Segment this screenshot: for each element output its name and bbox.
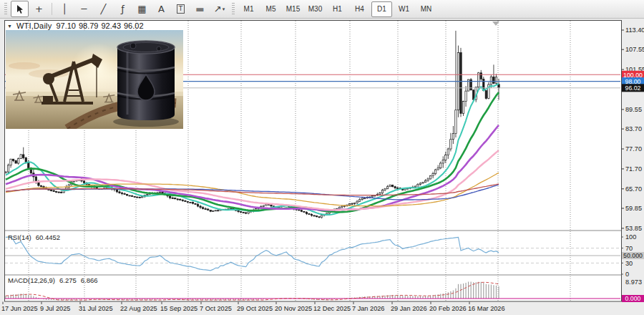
svg-text:29 Oct 2025: 29 Oct 2025 xyxy=(237,305,273,312)
macd-main-value: 6.275 xyxy=(59,276,77,284)
svg-text:17 Jun 2025: 17 Jun 2025 xyxy=(1,305,38,312)
svg-text:71.70: 71.70 xyxy=(625,165,642,173)
svg-text:8.973: 8.973 xyxy=(625,278,642,286)
tool-trendline-button[interactable]: ╱ xyxy=(94,1,112,17)
timeframe-m1-button[interactable]: M1 xyxy=(238,1,259,17)
macd-label: MACD(12,26,9) 6.275 6.866 xyxy=(8,276,98,284)
crosshair-icon: + xyxy=(35,4,43,14)
svg-text:30: 30 xyxy=(625,260,633,267)
cursor-icon xyxy=(16,4,24,14)
toolbar: + │ ─ ╱ ƒ ▦ A T ▬ ↗ ▾ M1 xyxy=(0,0,644,19)
chevron-down-icon: ▾ xyxy=(223,6,225,12)
timeframe-h1-button[interactable]: H1 xyxy=(327,1,348,17)
text-label-icon: T xyxy=(177,4,185,14)
high-value: 98.79 xyxy=(79,21,99,30)
tool-text-label-button[interactable]: T xyxy=(172,1,190,17)
svg-text:12 Dec 2025: 12 Dec 2025 xyxy=(313,305,351,312)
macd-signal-value: 6.866 xyxy=(81,276,98,284)
svg-text:50.000: 50.000 xyxy=(623,252,643,259)
svg-text:20 Feb 2026: 20 Feb 2026 xyxy=(429,305,467,312)
svg-text:16 Mar 2026: 16 Mar 2026 xyxy=(468,305,505,312)
svg-text:113.40: 113.40 xyxy=(625,26,644,34)
svg-text:0.000: 0.000 xyxy=(625,295,640,302)
macd-name: MACD(12,26,9) xyxy=(8,276,55,284)
oil-photo-illustration xyxy=(6,30,183,129)
timeframe-m30-button[interactable]: M30 xyxy=(305,1,326,17)
horizontal-line-icon: ─ xyxy=(82,4,87,14)
tool-arrows-button[interactable]: ↗ ▾ xyxy=(210,1,228,17)
svg-text:0: 0 xyxy=(625,271,629,278)
oil-barrel xyxy=(117,41,175,120)
open-value: 97.10 xyxy=(56,21,76,30)
svg-text:107.55: 107.55 xyxy=(625,46,644,53)
rsi-name: RSI(14) xyxy=(8,233,31,241)
collapse-triangle-icon[interactable]: ▼ xyxy=(7,24,12,29)
symbol-period-label: WTI,Daily xyxy=(16,21,52,30)
timeframe-w1-button[interactable]: W1 xyxy=(394,1,414,17)
svg-text:29 Jan 2026: 29 Jan 2026 xyxy=(391,305,427,312)
svg-text:83.70: 83.70 xyxy=(625,125,642,132)
fibonacci-icon: ƒ xyxy=(121,4,125,14)
rsi-value: 60.4452 xyxy=(36,233,60,241)
arrows-icon: ↗ xyxy=(214,4,222,14)
tool-fibonacci-button[interactable]: ƒ xyxy=(114,1,132,17)
toolbar-grip[interactable] xyxy=(4,3,7,16)
rectangle-icon: ▬ xyxy=(195,4,204,14)
tool-rectangle-button[interactable]: ▬ xyxy=(191,1,209,17)
toolbar-separator xyxy=(52,3,52,15)
oil-industry-photo xyxy=(6,30,183,129)
tool-fibo-grid-button[interactable]: ▦ xyxy=(133,1,151,17)
timeframe-d1-button[interactable]: D1 xyxy=(371,1,392,17)
low-value: 92.43 xyxy=(101,21,121,30)
svg-text:22 Aug 2025: 22 Aug 2025 xyxy=(120,305,157,312)
text-icon: A xyxy=(158,4,165,14)
svg-text:70: 70 xyxy=(625,245,633,252)
trendline-icon: ╱ xyxy=(101,4,107,14)
svg-text:53.85: 53.85 xyxy=(625,225,642,232)
svg-text:59.85: 59.85 xyxy=(625,205,642,212)
svg-text:96.02: 96.02 xyxy=(625,84,640,92)
tool-crosshair-button[interactable]: + xyxy=(30,1,48,17)
svg-text:20 Nov 2025: 20 Nov 2025 xyxy=(275,305,312,312)
timeframe-h4-button[interactable]: H4 xyxy=(349,1,370,17)
tool-horizontal-line-button[interactable]: ─ xyxy=(75,1,93,17)
toolbar-grip-2[interactable] xyxy=(232,3,235,16)
fibo-grid-icon: ▦ xyxy=(137,4,146,14)
tool-vertical-line-button[interactable]: │ xyxy=(56,1,74,17)
rsi-label: RSI(14) 60.4452 xyxy=(8,233,60,241)
svg-text:9 Jul 2025: 9 Jul 2025 xyxy=(40,305,70,312)
svg-text:89.55: 89.55 xyxy=(625,106,642,113)
timeframe-m15-button[interactable]: M15 xyxy=(283,1,303,17)
timeframe-mn-button[interactable]: MN xyxy=(416,1,436,17)
svg-text:77.70: 77.70 xyxy=(625,145,642,152)
svg-text:100: 100 xyxy=(625,233,636,241)
tool-cursor-button[interactable] xyxy=(11,1,29,17)
svg-text:31 Jul 2025: 31 Jul 2025 xyxy=(79,305,113,312)
vertical-line-icon: │ xyxy=(62,4,68,14)
timeframe-m5-button[interactable]: M5 xyxy=(260,1,281,17)
svg-text:7 Oct 2025: 7 Oct 2025 xyxy=(200,305,232,312)
svg-text:7 Jan 2026: 7 Jan 2026 xyxy=(352,305,384,312)
chart-title[interactable]: ▼ WTI,Daily 97.10 98.79 92.43 96.02 xyxy=(7,21,144,30)
svg-text:65.70: 65.70 xyxy=(625,185,642,193)
tool-text-button[interactable]: A xyxy=(152,1,170,17)
svg-text:15 Sep 2025: 15 Sep 2025 xyxy=(160,305,197,312)
close-value: 96.02 xyxy=(124,21,144,30)
trading-platform-window: + │ ─ ╱ ƒ ▦ A T ▬ ↗ ▾ M1 xyxy=(0,0,644,315)
